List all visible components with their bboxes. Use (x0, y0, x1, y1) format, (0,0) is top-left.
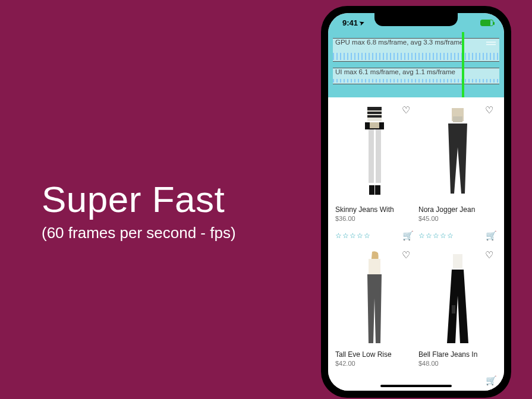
heart-icon[interactable]: ♡ (402, 104, 410, 116)
slide-heading: Super Fast (60 frames per second - fps) (42, 178, 236, 242)
drag-handle-icon[interactable] (486, 40, 496, 46)
rating-stars[interactable]: ☆☆☆☆☆ (418, 232, 454, 240)
product-title: Skinny Jeans With (335, 205, 414, 214)
slide-title: Super Fast (42, 178, 236, 220)
product-card[interactable]: ♡ Tall Eve Low Rise $42.00 (333, 246, 416, 391)
svg-rect-6 (369, 129, 374, 183)
gpu-sparkline (333, 53, 499, 60)
product-title: Tall Eve Low Rise (335, 350, 414, 359)
product-illustration (435, 251, 480, 346)
product-image[interactable]: ♡ (418, 103, 497, 203)
svg-rect-2 (367, 112, 382, 114)
product-price: $36.00 (335, 215, 414, 222)
gpu-stats-label: GPU max 6.8 ms/frame, avg 3.3 ms/frame (335, 39, 463, 46)
svg-marker-14 (367, 274, 382, 343)
phone-screen: 9:41 ➤ GPU max 6.8 ms/frame, avg 3.3 ms/… (328, 13, 504, 391)
svg-rect-5 (370, 122, 379, 128)
performance-overlay[interactable]: GPU max 6.8 ms/frame, avg 3.3 ms/frame U… (328, 32, 504, 97)
svg-rect-1 (367, 107, 382, 110)
heart-icon[interactable]: ♡ (402, 249, 410, 261)
product-title: Nora Jogger Jean (418, 205, 497, 214)
svg-rect-16 (452, 305, 455, 314)
heart-icon[interactable]: ♡ (485, 104, 493, 116)
ui-sparkline (333, 79, 499, 83)
slide-subtitle: (60 frames per second - fps) (42, 224, 236, 242)
ui-stats-label: UI max 6.1 ms/frame, avg 1.1 ms/frame (335, 68, 455, 75)
product-image[interactable]: ♡ (418, 248, 497, 348)
product-card[interactable]: ♡ Skinny Jeans With $36 (333, 101, 416, 246)
heart-icon[interactable]: ♡ (485, 249, 493, 261)
battery-icon (480, 20, 493, 26)
svg-marker-12 (448, 124, 467, 194)
svg-rect-3 (367, 115, 382, 118)
product-title: Bell Flare Jeans In (418, 350, 497, 359)
product-illustration (352, 106, 397, 201)
add-to-cart-icon[interactable]: 🛒 (402, 230, 414, 241)
product-card[interactable]: ♡ Nora Jogger Jean $45.00 ☆☆☆☆☆ 🛒 (416, 101, 499, 246)
gpu-frame-row: GPU max 6.8 ms/frame, avg 3.3 ms/frame (333, 38, 499, 62)
product-image[interactable]: ♡ (335, 103, 414, 203)
ui-frame-row: UI max 6.1 ms/frame, avg 1.1 ms/frame (333, 68, 499, 84)
svg-rect-9 (375, 185, 380, 195)
playhead-marker (462, 32, 464, 97)
home-indicator (380, 385, 452, 387)
add-to-cart-icon[interactable]: 🛒 (486, 230, 497, 241)
product-price: $42.00 (335, 360, 414, 367)
location-icon: ➤ (358, 18, 365, 26)
add-to-cart-icon[interactable]: 🛒 (486, 375, 497, 386)
rating-stars[interactable]: ☆☆☆☆☆ (335, 232, 371, 240)
phone-notch (374, 13, 458, 26)
phone-frame: 9:41 ➤ GPU max 6.8 ms/frame, avg 3.3 ms/… (321, 6, 511, 398)
svg-rect-15 (453, 254, 462, 268)
product-price: $48.00 (418, 360, 497, 367)
status-time: 9:41 (342, 18, 358, 27)
svg-rect-8 (369, 185, 374, 195)
product-illustration (352, 251, 397, 346)
product-illustration (435, 106, 480, 201)
svg-rect-13 (369, 259, 380, 274)
product-image[interactable]: ♡ (335, 248, 414, 348)
product-price: $45.00 (418, 215, 497, 222)
product-card[interactable]: ♡ Bell Flare Jeans In $48.00 🛒 (416, 246, 499, 391)
svg-rect-7 (376, 129, 381, 183)
product-grid[interactable]: ♡ Skinny Jeans With $36 (328, 97, 504, 391)
svg-rect-11 (453, 116, 462, 122)
